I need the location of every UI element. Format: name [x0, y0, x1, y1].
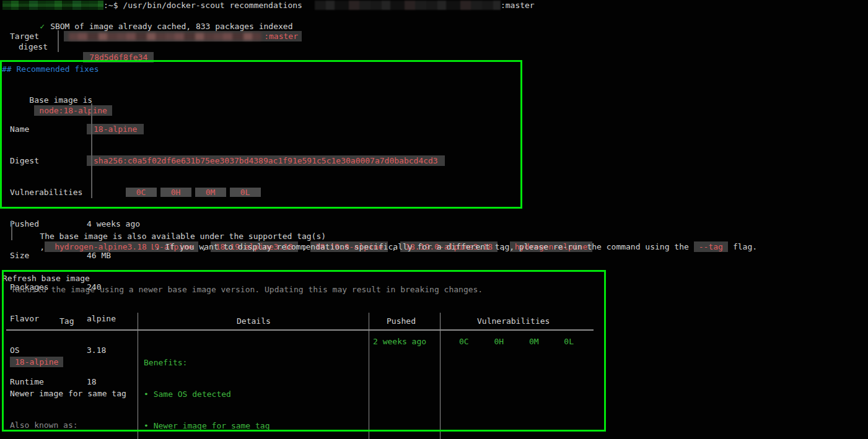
info-row-digest: Digest sha256:c0a5f02df6e631b75ee3037bd4… — [0, 155, 520, 166]
info-value-badge: 18-alpine — [87, 124, 144, 134]
info-label: Name — [0, 124, 81, 134]
table-cell-vulnerabilities: 0C 0H 0M 0L — [459, 336, 574, 347]
sbom-status-text: SBOM of image already cached, 833 packag… — [50, 22, 292, 31]
table-header-tag: Tag — [59, 316, 74, 326]
info-value: alpine — [81, 313, 116, 324]
table-column-divider — [138, 313, 138, 439]
table-column-divider — [369, 313, 369, 439]
redacted-image-ref — [315, 1, 501, 10]
info-value-badge: sha256:c0a5f02df6e631b75ee3037bd4389ac1f… — [87, 155, 445, 166]
digest-value: 78d5d6f8fe34 — [83, 52, 154, 63]
row-vuln-critical: 0C — [459, 336, 469, 347]
info-label: Digest — [0, 155, 81, 166]
vuln-medium-badge: 0M — [195, 188, 226, 197]
row-vuln-low: 0L — [564, 336, 574, 347]
terminal-screen[interactable]: :~$ /usr/bin/docker-scout recommendation… — [0, 0, 868, 439]
check-icon: ✓ — [40, 22, 45, 31]
tags-note-suffix: flag. — [733, 242, 757, 251]
prompt-suffix: :~$ — [103, 0, 123, 11]
table-header-underline — [6, 329, 594, 331]
table-column-divider — [440, 313, 441, 439]
redacted-target-image — [69, 33, 261, 40]
image-tag-suffix: :master — [501, 0, 535, 11]
vuln-critical-badge: 0C — [126, 188, 157, 197]
tag-flag-badge: --tag — [694, 241, 728, 252]
benefit-item: Same OS detected — [144, 389, 367, 399]
info-row-name: Name 18-alpine — [0, 124, 520, 134]
row-vuln-high: 0H — [494, 336, 504, 347]
prompt-line: :~$ /usr/bin/docker-scout recommendation… — [2, 0, 535, 11]
digest-label: digest — [19, 41, 48, 52]
info-panel-divider — [91, 103, 92, 198]
benefit-item: Newer image for same tag — [144, 420, 367, 431]
comma: , — [40, 242, 45, 251]
tag-badge: hydrogen-alpine3.18 — [50, 241, 152, 252]
aka-label: Also known as: — [10, 420, 134, 430]
info-label: Vulnerabilities — [0, 187, 81, 198]
redacted-user-host — [2, 1, 103, 10]
row-tag-badge: 18-alpine — [10, 357, 63, 367]
table-cell-details: Benefits: Same OS detected Newer image f… — [144, 336, 367, 439]
target-label: Target — [10, 31, 39, 41]
row-tag-note: Newer image for same tag — [10, 388, 134, 399]
vuln-low-badge: 0L — [230, 188, 261, 197]
recommended-fixes-heading: ## Recommended fixes — [2, 64, 99, 74]
command-text: /usr/bin/docker-scout recommendations — [123, 0, 302, 11]
target-tag-suffix: :master — [264, 31, 298, 41]
refresh-subtitle: Rebuild the image using a newer base ima… — [12, 284, 483, 295]
info-row-vulnerabilities: Vulnerabilities 0C0H0M0L — [0, 187, 520, 198]
table-cell-pushed: 2 weeks ago — [373, 336, 426, 347]
table-header-vulnerabilities: Vulnerabilities — [477, 316, 550, 326]
tags-note-text: . If you want to display recommendations… — [156, 242, 689, 251]
target-panel-divider — [58, 30, 59, 52]
row-vuln-medium: 0M — [529, 336, 539, 347]
table-header-details: Details — [237, 316, 271, 326]
tags-note-line2: ,hydrogen-alpine3.18. If you want to dis… — [20, 231, 757, 263]
table-cell-tag: 18-alpine Newer image for same tag Also … — [10, 336, 134, 439]
vuln-high-badge: 0H — [160, 188, 191, 197]
tags-note-bar — [11, 220, 12, 240]
target-value-badge: :master — [64, 31, 302, 41]
benefits-label: Benefits: — [144, 357, 367, 368]
table-header-pushed: Pushed — [387, 316, 416, 326]
refresh-title: Refresh base image — [2, 273, 90, 284]
